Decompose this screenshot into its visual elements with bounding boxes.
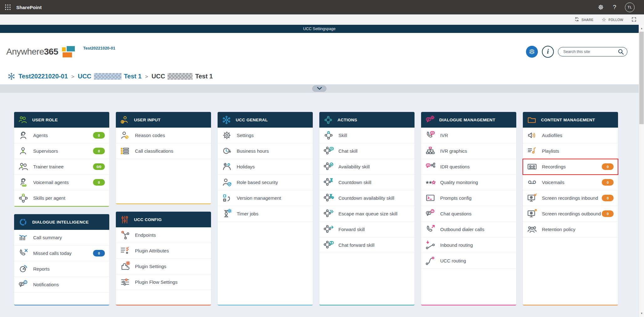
count-badge: 0 — [602, 163, 614, 170]
item-escape-max-queue-size-skill[interactable]: Escape max queue size skill — [319, 206, 415, 222]
chat-questions-icon: ? — [425, 208, 436, 219]
item-recordings[interactable]: Recordings0 — [523, 159, 618, 175]
scroll-down-icon[interactable]: ▼ — [639, 311, 644, 316]
share-button[interactable]: SHARE — [574, 17, 594, 22]
breadcrumb-root-link[interactable]: Test20221020-01 — [18, 73, 68, 80]
item-plugin-attributes[interactable]: Plugin Attributes — [116, 243, 211, 259]
item-idr-questions[interactable]: IDR questions — [421, 159, 516, 175]
documentation-icon[interactable] — [526, 46, 538, 58]
card-title: USER INPUT — [134, 118, 161, 122]
settings-gear-icon[interactable] — [597, 4, 604, 11]
item-version-management[interactable]: Version management — [218, 190, 313, 206]
card-column-4: ACTIONSSkillChat skillAvailability skill… — [319, 112, 415, 305]
item-ivr[interactable]: IVR — [421, 128, 516, 143]
item-role-based-security[interactable]: Role based security — [218, 175, 313, 190]
item-notifications[interactable]: !Notifications — [14, 277, 109, 293]
item-timer-jobs[interactable]: Timer jobs — [218, 206, 313, 222]
plugin-flow-settings-icon — [120, 277, 131, 288]
item-retention-policy[interactable]: Retention policy — [523, 222, 618, 237]
supervisors-icon — [18, 145, 29, 156]
app-launcher-icon[interactable] — [4, 3, 12, 11]
item-chat-skill[interactable]: Chat skill — [319, 143, 415, 159]
help-icon[interactable]: ? — [611, 4, 618, 11]
collapse-header-button[interactable] — [312, 85, 327, 92]
ucc-general-header-icon — [221, 115, 232, 125]
item-call-summary[interactable]: Call summary — [14, 230, 109, 246]
item-label: Countdown skill — [338, 180, 371, 185]
item-endpoints[interactable]: Endpoints — [116, 227, 211, 243]
card-title: ACTIONS — [337, 118, 357, 122]
focus-mode-button[interactable] — [631, 17, 636, 23]
item-label: IVR — [440, 133, 448, 138]
item-trainer-trainee[interactable]: Trainer trainee0/0 — [14, 159, 109, 175]
item-skill[interactable]: Skill — [319, 128, 415, 143]
item-label: Holidays — [237, 164, 255, 169]
item-label: Countdown availability skill — [338, 195, 394, 201]
item-agents[interactable]: Agents0 — [14, 128, 109, 143]
item-label: Business hours — [237, 148, 269, 154]
item-prompts-config[interactable]: Prompts config — [421, 190, 516, 206]
outbound-dialer-calls-icon — [425, 224, 436, 235]
item-voicemails[interactable]: Voicemails0 — [523, 175, 618, 190]
count-badge: 0 — [602, 179, 614, 186]
screen-recordings-inbound-icon — [527, 193, 538, 203]
site-title-link[interactable]: Test20221020-01 — [83, 46, 115, 50]
item-inbound-routing[interactable]: Inbound routing — [421, 237, 516, 253]
item-supervisors[interactable]: Supervisors0 — [14, 143, 109, 159]
card-header-ucc-config: UCC CONFIG — [116, 212, 211, 227]
follow-button[interactable]: ☆ FOLLOW — [602, 17, 623, 22]
item-holidays[interactable]: Holidays — [218, 159, 313, 175]
vertical-scrollbar[interactable]: ▲ ▼ — [639, 25, 644, 317]
scrollbar-thumb[interactable] — [639, 32, 644, 124]
card-dialogue-intelligence: DIALOGUE INTELLIGENCECall summaryMissed … — [14, 214, 109, 305]
card-dialogue-management: DIALOGUE MANAGEMENTIVRIVR graphicsIDR qu… — [421, 112, 516, 305]
item-outbound-dialer-calls[interactable]: Outbound dialer calls — [421, 222, 516, 237]
svg-text:?: ? — [432, 210, 433, 213]
anywhere365-logo: Anywhere365 — [6, 45, 77, 58]
info-icon[interactable]: i — [542, 46, 554, 58]
count-badge: 0 — [93, 132, 105, 139]
item-call-classifications[interactable]: Call classifications — [116, 143, 211, 159]
item-settings[interactable]: Settings — [218, 128, 313, 143]
scroll-up-icon[interactable]: ▲ — [639, 26, 644, 31]
item-chat-questions[interactable]: ?Chat questions — [421, 206, 516, 222]
prompts-config-icon — [425, 193, 436, 203]
item-availability-skill[interactable]: Availability skill — [319, 159, 415, 175]
item-voicemail-agents[interactable]: Voicemail agents0 — [14, 175, 109, 190]
item-screen-recordings-inbound[interactable]: Screen recordings inbound0 — [523, 190, 618, 206]
redacted-text-block — [167, 73, 193, 80]
item-reason-codes[interactable]: Reason codes — [116, 128, 211, 143]
item-chat-forward-skill[interactable]: Chat forward skill — [319, 237, 415, 253]
card-header-actions: ACTIONS — [319, 112, 415, 128]
user-avatar[interactable]: TL — [625, 3, 635, 12]
item-quality-monitoring[interactable]: Quality monitoring — [421, 175, 516, 190]
dialogue-intelligence-header-icon — [18, 217, 28, 227]
item-screen-recordings-outbound[interactable]: Screen recordings outbound0 — [523, 206, 618, 222]
item-plugin-settings[interactable]: Plugin Settings — [116, 259, 211, 274]
item-business-hours[interactable]: Business hours — [218, 143, 313, 159]
call-classifications-icon — [120, 145, 131, 156]
breadcrumb-ucc-link[interactable]: UCC Test 1 — [78, 73, 142, 80]
item-countdown-availability-skill[interactable]: Countdown availability skill — [319, 190, 415, 206]
item-ivr-graphics[interactable]: IVR graphics — [421, 143, 516, 159]
follow-label: FOLLOW — [609, 18, 623, 22]
item-audiofiles[interactable]: Audiofiles — [523, 128, 618, 143]
search-input[interactable] — [563, 49, 618, 54]
card-title: DIALOGUE MANAGEMENT — [439, 118, 495, 122]
card-column-3: UCC GENERALSettingsBusiness hoursHoliday… — [218, 112, 313, 305]
item-playlists[interactable]: Playlists — [523, 143, 618, 159]
item-label: UCC routing — [440, 258, 466, 263]
item-countdown-skill[interactable]: Countdown skill — [319, 175, 415, 190]
trainer-trainee-icon — [18, 161, 29, 172]
focus-mode-icon — [631, 17, 636, 23]
search-icon[interactable] — [618, 49, 624, 55]
item-reports[interactable]: Reports — [14, 261, 109, 277]
item-plugin-flow-settings[interactable]: Plugin Flow Settings — [116, 274, 211, 290]
item-label: Prompts config — [440, 195, 471, 201]
reason-codes-icon — [120, 130, 131, 141]
item-skills-per-agent[interactable]: Skills per agent — [14, 190, 109, 206]
item-missed-calls-today[interactable]: Missed calls today0 — [14, 246, 109, 261]
item-forward-skill[interactable]: Forward skill — [319, 222, 415, 237]
item-ucc-routing[interactable]: UCC routing — [421, 253, 516, 269]
card-header-dialogue-management: DIALOGUE MANAGEMENT — [421, 112, 516, 128]
